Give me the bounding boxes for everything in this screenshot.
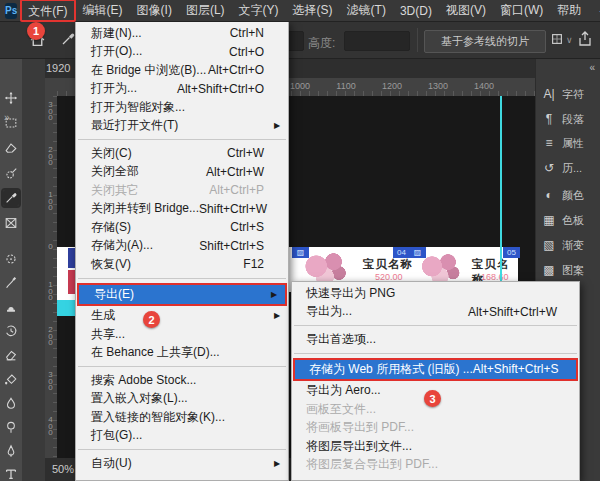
ruler-label: 300 <box>47 372 54 392</box>
panel-item[interactable]: A| 字符 <box>536 83 600 105</box>
menu-item[interactable]: 打开为... Alt+Shift+Ctrl+O <box>76 80 288 99</box>
panel-item[interactable]: ¶ 段落 <box>536 108 600 130</box>
menu-item-label: 打开为... <box>91 80 137 97</box>
annotation-red-box: 导出(E) ▶ <box>77 283 287 306</box>
menu-item[interactable]: 将画板导出到 PDF... <box>292 419 579 438</box>
menu-item[interactable]: 关闭并转到 Bridge... Shift+Ctrl+W <box>76 200 288 219</box>
menu-item[interactable]: 将图层导出到文件... <box>292 437 579 456</box>
menu-item-label: 将图层导出到文件... <box>306 438 412 455</box>
quick-selection-tool[interactable] <box>3 165 19 181</box>
menu-item[interactable]: 新建(N)... Ctrl+N <box>76 24 288 43</box>
menu-help[interactable]: 帮助 <box>550 0 588 21</box>
collapse-panel-icon[interactable]: « <box>589 62 595 73</box>
type-tool[interactable] <box>3 466 19 481</box>
menu-3d[interactable]: 3D(D) <box>393 2 439 20</box>
share-icon[interactable] <box>577 30 593 52</box>
menu-filter[interactable]: 滤镜(T) <box>340 0 393 21</box>
menu-item[interactable]: 关闭其它 Alt+Ctrl+P <box>76 181 288 200</box>
menu-item-shortcut: F12 <box>243 257 274 271</box>
slice-tool[interactable] <box>3 215 19 231</box>
menu-item[interactable]: 打包(G)... <box>76 427 288 446</box>
slice-icon-badge: ▨ <box>292 247 309 258</box>
menu-separator <box>78 139 286 140</box>
menu-item-label: 最近打开文件(T) <box>91 117 178 134</box>
menu-item[interactable]: 置入嵌入对象(L)... <box>76 390 288 409</box>
panel-item[interactable]: ◐ 颜色 <box>536 184 600 206</box>
submenu-arrow-icon: ▶ <box>274 459 286 468</box>
chevron-down-icon[interactable]: ∨ <box>566 35 573 45</box>
lasso-tool[interactable] <box>3 140 19 156</box>
slice-options-icon[interactable] <box>550 32 564 50</box>
clone-stamp-tool[interactable] <box>3 299 19 315</box>
menu-separator <box>78 278 286 279</box>
menu-file[interactable]: 文件(F) <box>26 3 69 19</box>
menu-item[interactable]: 搜索 Adobe Stock... <box>76 371 288 390</box>
marquee-tool[interactable] <box>3 115 19 131</box>
menu-item[interactable]: 恢复(V) F12 <box>76 255 288 274</box>
move-tool[interactable] <box>3 90 19 106</box>
menu-item[interactable]: 在 Behance 上共享(D)... <box>76 344 288 363</box>
menu-item[interactable]: 生成 ▶ <box>76 307 288 326</box>
menu-item[interactable]: 在 Bridge 中浏览(B)... Alt+Ctrl+O <box>76 61 288 80</box>
menu-image[interactable]: 图像(I) <box>130 0 179 21</box>
history-brush-tool[interactable] <box>3 323 19 339</box>
menu-item[interactable]: 共享... <box>76 325 288 344</box>
document-tab[interactable]: 1920 <box>46 62 70 74</box>
menu-item[interactable]: 打开(O)... Ctrl+O <box>76 43 288 62</box>
pen-tool[interactable] <box>3 443 19 459</box>
menu-item-label: 搜索 Adobe Stock... <box>91 372 196 389</box>
ruler-label: 1200 <box>377 81 407 91</box>
menu-item[interactable]: 关闭(C) Ctrl+W <box>76 144 288 163</box>
panel-item[interactable]: ▧ 渐变 <box>536 234 600 256</box>
panel-item[interactable]: ≡ 属性 <box>536 132 600 154</box>
spot-healing-tool[interactable] <box>3 251 19 267</box>
export-submenu-dropdown: 快速导出为 PNG 导出为... Alt+Shift+Ctrl+W 导出首选项.… <box>291 281 580 481</box>
panel-icon: ↺ <box>536 161 562 175</box>
menu-item-shortcut: Shift+Ctrl+W <box>199 202 277 216</box>
menu-item[interactable]: 导出为... Alt+Shift+Ctrl+W <box>292 303 579 322</box>
menu-item-shortcut: Ctrl+W <box>227 146 274 160</box>
menu-item-label: 置入嵌入对象(L)... <box>91 390 188 407</box>
dodge-tool[interactable] <box>3 419 19 435</box>
menu-item[interactable]: 关闭全部 Alt+Ctrl+W <box>76 163 288 182</box>
paint-bucket-tool[interactable] <box>3 371 19 387</box>
menu-item[interactable]: 存储为 Web 所用格式 (旧版) ... Alt+Shift+Ctrl+S <box>295 360 576 379</box>
panel-item[interactable]: ↺ 历... <box>536 157 600 179</box>
menu-item-label: 关闭全部 <box>91 163 139 180</box>
minimize-button[interactable]: — <box>588 4 600 18</box>
menu-item[interactable]: 置入链接的智能对象(K)... <box>76 408 288 427</box>
panel-item[interactable]: ▩ 图案 <box>536 259 600 281</box>
brush-tool[interactable] <box>3 275 19 291</box>
menu-item[interactable]: 快速导出为 PNG <box>292 284 579 303</box>
slices-from-guides-button[interactable]: 基于参考线的切片 <box>424 30 546 53</box>
menu-item[interactable]: 将图层复合导出到 PDF... <box>292 456 579 475</box>
menu-layer[interactable]: 图层(L) <box>179 0 232 21</box>
height-field[interactable] <box>344 31 410 51</box>
submenu-arrow-icon: ▶ <box>271 290 283 299</box>
menu-item[interactable]: 存储(S) Ctrl+S <box>76 218 288 237</box>
blur-tool[interactable] <box>3 395 19 411</box>
menu-edit[interactable]: 编辑(E) <box>76 0 130 21</box>
ruler-label: 0 <box>47 244 54 251</box>
eraser-tool[interactable] <box>3 347 19 363</box>
menu-view[interactable]: 视图(V) <box>439 0 493 21</box>
menu-item[interactable]: 导出首选项... <box>292 330 579 349</box>
menu-separator <box>294 325 577 326</box>
menu-type[interactable]: 文字(Y) <box>232 0 286 21</box>
menu-select[interactable]: 选择(S) <box>286 0 340 21</box>
eyedropper-tool[interactable] <box>3 190 19 206</box>
menu-item[interactable]: 存储为(A)... Shift+Ctrl+S <box>76 237 288 256</box>
height-label: 高度: <box>308 35 335 52</box>
file-menu-annotation-box: 文件(F) <box>20 0 75 22</box>
menu-item[interactable]: 自动(U) ▶ <box>76 454 288 473</box>
ruler-label: 1000 <box>285 81 315 91</box>
menu-item-shortcut: Ctrl+N <box>230 26 274 40</box>
menu-window[interactable]: 窗口(W) <box>493 0 550 21</box>
menu-item[interactable]: 打开为智能对象... <box>76 98 288 117</box>
zoom-level[interactable]: 50% <box>52 463 74 475</box>
menu-item[interactable]: 导出(E) ▶ <box>79 285 285 304</box>
panel-item[interactable]: ▦ 色板 <box>536 209 600 231</box>
menu-item-label: 关闭(C) <box>91 145 132 162</box>
menu-item-label: 恢复(V) <box>91 256 131 273</box>
menu-item[interactable]: 最近打开文件(T) ▶ <box>76 117 288 136</box>
